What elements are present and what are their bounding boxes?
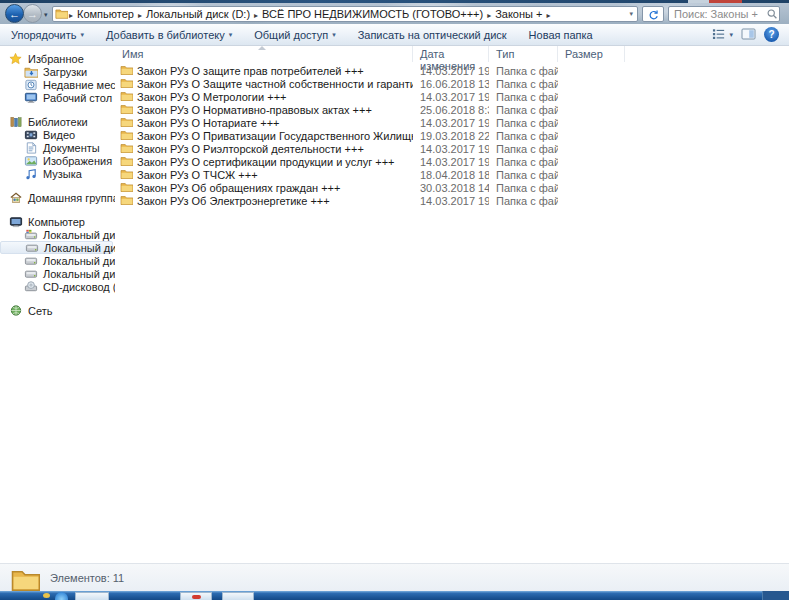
breadcrumb-item[interactable]: ВСЁ ПРО НЕДВИЖИМОСТЬ (ГОТОВО+++)	[259, 8, 486, 20]
sidebar-item[interactable]: Локальный диск (C:)	[0, 228, 115, 241]
breadcrumb-item[interactable]: Локальный диск (D:)	[143, 8, 253, 20]
sidebar-item[interactable]: Изображения	[0, 154, 115, 167]
dropdown-icon: ▾	[80, 31, 84, 39]
file-name: Закон РУз Об Электроэнергетике +++	[137, 195, 330, 207]
sidebar-group-star[interactable]: Избранное	[0, 52, 115, 65]
folder-icon	[120, 142, 133, 155]
toolbar-button[interactable]: Добавить в библиотеку▾	[95, 25, 243, 45]
sort-ascending-icon	[258, 46, 266, 50]
file-modified: 14.03.2017 19:46	[413, 91, 489, 103]
show-desktop-button[interactable]	[762, 591, 789, 600]
file-type: Папка с файлами	[489, 78, 558, 90]
sidebar-group-computer[interactable]: Компьютер	[0, 215, 115, 228]
sidebar-group-network[interactable]: Сеть	[0, 304, 115, 317]
file-rows: Закон РУз О защите прав потребителей +++…	[115, 64, 625, 207]
toolbar-button[interactable]: Общий доступ▾	[243, 25, 346, 45]
history-dropdown-icon[interactable]: ▾	[44, 11, 48, 19]
preview-pane-icon[interactable]	[741, 27, 756, 42]
column-header[interactable]: Тип	[489, 46, 558, 62]
start-orb[interactable]	[55, 592, 68, 600]
folder-icon	[55, 7, 68, 21]
file-modified: 18.04.2018 18:59	[413, 169, 489, 181]
sidebar-item[interactable]: Документы	[0, 141, 115, 154]
taskbar-button[interactable]	[180, 592, 212, 600]
file-modified: 19.03.2018 22:37	[413, 130, 489, 142]
file-name: Закон РУз Об обращениях граждан +++	[137, 182, 340, 194]
taskbar-button[interactable]	[222, 592, 254, 600]
toolbar-button[interactable]: Упорядочить▾	[0, 25, 95, 45]
folder-icon	[120, 64, 133, 77]
folder-icon	[120, 90, 133, 103]
address-bar[interactable]: ▸Компьютер▸Локальный диск (D:)▸ВСЁ ПРО Н…	[52, 6, 638, 22]
sidebar-item[interactable]: Видео	[0, 128, 115, 141]
sidebar-item-label: Изображения	[43, 155, 112, 167]
file-row[interactable]: Закон РУз О Приватизации Государственног…	[115, 129, 625, 142]
file-type: Папка с файлами	[489, 169, 558, 181]
column-header[interactable]: Дата изменения	[413, 46, 489, 62]
folder-icon	[120, 168, 133, 181]
breadcrumb-item[interactable]: Законы +	[492, 8, 545, 20]
sidebar-group-label: Библиотеки	[28, 116, 88, 128]
breadcrumb-arrow-icon[interactable]: ▸	[545, 11, 551, 20]
file-name: Закон РУз О Риэлторской деятельности +++	[137, 143, 364, 155]
file-row[interactable]: Закон РУз О Метрологии +++14.03.2017 19:…	[115, 90, 625, 103]
refresh-button[interactable]	[642, 6, 664, 22]
sidebar-group-label: Компьютер	[28, 216, 85, 228]
sidebar-item[interactable]: Загрузки	[0, 65, 115, 78]
file-row[interactable]: Закон РУз О ТЧСЖ +++18.04.2018 18:59Папк…	[115, 168, 625, 181]
sidebar-group-homegroup[interactable]: Домашняя группа	[0, 191, 115, 204]
sidebar-item-label: Рабочий стол	[43, 92, 112, 104]
folder-icon	[120, 181, 133, 194]
change-view-button[interactable]: ▾	[712, 27, 733, 42]
computer-icon	[9, 215, 23, 228]
desktop-icon	[24, 91, 38, 104]
address-dropdown-icon[interactable]: ▾	[629, 10, 635, 18]
sidebar-group: КомпьютерЛокальный диск (C:)Локальный ди…	[0, 215, 115, 293]
file-type: Папка с файлами	[489, 130, 558, 142]
toolbar-button-label: Добавить в библиотеку	[106, 29, 225, 41]
file-row[interactable]: Закон РУз О сертификации продукции и усл…	[115, 155, 625, 168]
file-name: Закон РУз О Нормативно-правовых актах ++…	[137, 104, 372, 116]
column-header[interactable]: Размер	[558, 46, 625, 62]
sidebar-item[interactable]: Музыка	[0, 167, 115, 180]
sidebar-item[interactable]: Локальный диск (E:)	[0, 254, 115, 267]
sidebar-item[interactable]: Локальный диск (D:)	[0, 241, 113, 254]
sidebar-item[interactable]: Локальный диск (F:)	[0, 267, 115, 280]
file-type: Папка с файлами	[489, 195, 558, 207]
file-row[interactable]: Закон РУз О Защите частной собственности…	[115, 77, 625, 90]
sidebar-item[interactable]: Недавние места	[0, 78, 115, 91]
file-row[interactable]: Закон РУз О защите прав потребителей +++…	[115, 64, 625, 77]
file-row[interactable]: Закон РУз Об обращениях граждан +++30.03…	[115, 181, 625, 194]
star-icon	[9, 52, 23, 65]
breadcrumb-item[interactable]: Компьютер	[74, 8, 137, 20]
toolbar-button[interactable]: Записать на оптический диск	[347, 25, 518, 45]
drive-icon	[24, 254, 38, 267]
file-modified: 14.03.2017 19:46	[413, 65, 489, 77]
dropdown-icon: ▾	[229, 31, 233, 39]
file-row[interactable]: Закон РУз О Риэлторской деятельности +++…	[115, 142, 625, 155]
taskbar[interactable]	[0, 591, 789, 600]
help-icon[interactable]: ?	[764, 27, 779, 42]
file-type: Папка с файлами	[489, 104, 558, 116]
file-name: Закон РУз О Защите частной собственности…	[137, 78, 413, 90]
sidebar-group-label: Сеть	[28, 305, 52, 317]
file-name: Закон РУз О ТЧСЖ +++	[137, 169, 258, 181]
breadcrumb: ▸Компьютер▸Локальный диск (D:)▸ВСЁ ПРО Н…	[68, 8, 551, 20]
sidebar-item-label: Загрузки	[43, 66, 87, 78]
command-bar: Упорядочить▾Добавить в библиотеку▾Общий …	[0, 24, 789, 46]
sidebar-item-label: Локальный диск (F:)	[43, 268, 115, 280]
sidebar-group-libraries[interactable]: Библиотеки	[0, 115, 115, 128]
toolbar-button[interactable]: Новая папка	[518, 25, 604, 45]
sidebar-group: БиблиотекиВидеоДокументыИзображенияМузык…	[0, 115, 115, 180]
file-row[interactable]: Закон РУз О Нотариате +++14.03.2017 19:4…	[115, 116, 625, 129]
explorer-window: ← → ▾ ▸Компьютер▸Локальный диск (D:)▸ВСЁ…	[0, 0, 789, 600]
file-row[interactable]: Закон РУз Об Электроэнергетике +++14.03.…	[115, 194, 625, 207]
search-input[interactable]	[669, 8, 766, 20]
file-row[interactable]: Закон РУз О Нормативно-правовых актах ++…	[115, 103, 625, 116]
back-button[interactable]: ←	[5, 4, 24, 23]
forward-button[interactable]: →	[23, 4, 42, 23]
sidebar-item[interactable]: Рабочий стол	[0, 91, 115, 104]
sidebar-item-label: Локальный диск (E:)	[43, 255, 115, 267]
taskbar-button[interactable]	[75, 592, 109, 600]
sidebar-item[interactable]: CD-дисковод (K:)	[0, 280, 115, 293]
